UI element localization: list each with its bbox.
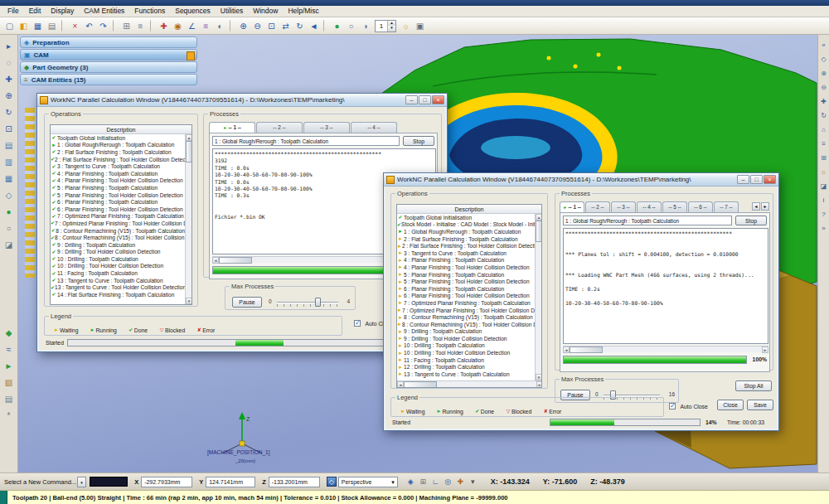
- snap-icon[interactable]: ◈: [405, 477, 416, 487]
- rotate-3d-icon[interactable]: ↻: [2, 104, 17, 119]
- grid-snap-icon[interactable]: ⊞: [418, 477, 429, 487]
- pan-right-icon[interactable]: ✚: [819, 96, 829, 106]
- toolbar-separator[interactable]: [150, 20, 155, 32]
- operation-row[interactable]: 4 : Planar Finishing : Tool Holder Colli…: [397, 264, 535, 271]
- process-tab[interactable]: -- 2 --: [256, 122, 303, 133]
- snapshot-icon[interactable]: ▣: [413, 19, 427, 33]
- operation-row[interactable]: 2 : Flat Surface Finishing : Toolpath Ca…: [397, 235, 535, 243]
- undo-icon[interactable]: ↶: [82, 19, 96, 33]
- process-tab[interactable]: -- 1 --: [209, 122, 255, 133]
- operation-row[interactable]: 4 : Planar Finishing : Toolpath Calculat…: [397, 257, 535, 264]
- table-icon[interactable]: ⊞: [119, 19, 133, 33]
- operations-list[interactable]: Toolpath Global Initialisation Stock Mod…: [397, 214, 535, 380]
- light-icon[interactable]: ☼: [399, 19, 413, 33]
- x-coordinate-field[interactable]: -292.7933mm: [141, 477, 192, 487]
- zoom-view-icon[interactable]: ⊕: [2, 88, 17, 103]
- previous-view-icon[interactable]: ◄: [307, 19, 321, 33]
- front-view-icon[interactable]: ▤: [2, 138, 17, 153]
- new-file-icon[interactable]: ▢: [2, 19, 17, 33]
- operation-row[interactable]: Stock Model - Initialise : CAD Model : S…: [397, 221, 535, 229]
- operation-row[interactable]: 1 : Global Rough/Rerough : Toolpath Calc…: [397, 228, 535, 235]
- operation-row[interactable]: 6 : Planar Finishing : Toolpath Calculat…: [51, 198, 185, 206]
- stop-button[interactable]: Stop: [735, 216, 767, 225]
- simulate-icon[interactable]: ►: [2, 358, 17, 373]
- operation-row[interactable]: 11 : Facing : Toolpath Calculation: [51, 269, 185, 277]
- layers-icon[interactable]: ≡: [199, 19, 213, 33]
- output-hscrollbar[interactable]: ◄ ►: [563, 346, 768, 352]
- menu-item[interactable]: Edit: [24, 6, 46, 17]
- collapse-panel-icon[interactable]: «: [819, 40, 829, 50]
- operations-list[interactable]: Toolpath Global Initialisation 1 : Globa…: [51, 134, 185, 304]
- tabs-scroll-right-icon[interactable]: ►: [761, 202, 769, 211]
- operation-row[interactable]: 5 : Planar Finishing : Tool Holder Colli…: [51, 191, 185, 199]
- process-tab[interactable]: -- 2 --: [585, 201, 610, 212]
- toolbar-separator[interactable]: [113, 20, 118, 32]
- wireframe-view-icon[interactable]: ○: [344, 19, 358, 33]
- ortho-icon[interactable]: ∟: [430, 477, 441, 487]
- stop-button[interactable]: Stop: [403, 136, 434, 146]
- clip-right-icon[interactable]: ◪: [819, 181, 829, 191]
- polar-icon[interactable]: ◎: [443, 477, 453, 487]
- operations-listbox[interactable]: Description Toolpath Global Initialisati…: [396, 204, 542, 388]
- zoom-minus-icon[interactable]: ⊖: [819, 82, 829, 92]
- operation-row[interactable]: 5 : Planar Finishing : Tool Holder Colli…: [397, 278, 535, 285]
- parallel-calculation-window-2[interactable]: WorkNC Parallel Calculation Window (V184…: [383, 172, 779, 431]
- shade-mode-icon[interactable]: ●: [2, 204, 17, 219]
- operation-row[interactable]: 5 : Planar Finishing : Toolpath Calculat…: [51, 184, 185, 191]
- menu-item[interactable]: Sequences: [170, 6, 216, 17]
- operation-row[interactable]: 7 : Optimized Planar Finishing : Toolpat…: [51, 213, 185, 220]
- auto-close-checkbox[interactable]: [669, 403, 676, 410]
- scroll-thumb[interactable]: [186, 141, 192, 162]
- operation-row[interactable]: 6 : Planar Finishing : Tool Holder Colli…: [51, 206, 185, 213]
- pan-icon[interactable]: ⇄: [279, 19, 293, 33]
- minimize-button[interactable]: –: [405, 95, 418, 104]
- menu-item[interactable]: CAM Entities: [79, 6, 129, 17]
- process-output[interactable]: ****************************************…: [563, 228, 768, 344]
- operation-row[interactable]: 9 : Drilling : Toolpath Calculation: [51, 241, 185, 249]
- menu-item[interactable]: File: [2, 6, 24, 17]
- measure-icon[interactable]: ∠: [185, 19, 199, 33]
- dynamic-input-icon[interactable]: ▾: [468, 477, 478, 487]
- home-view-icon[interactable]: ⌂: [819, 124, 829, 134]
- layers-right-icon[interactable]: ≡: [819, 138, 829, 148]
- operation-row[interactable]: 13 : Tangent to Curve : Toolpath Calcula…: [397, 371, 535, 378]
- translucent-view-icon[interactable]: ◑: [358, 19, 372, 33]
- stop-all-button[interactable]: Stop All: [735, 380, 772, 391]
- scroll-up-icon[interactable]: ▲: [536, 214, 542, 220]
- view-cube-icon[interactable]: ◇: [819, 54, 829, 64]
- scroll-thumb[interactable]: [570, 346, 603, 353]
- menu-item[interactable]: Display: [46, 6, 79, 17]
- operation-row[interactable]: 8 : Contour Remachining (V15) : Tool Hol…: [397, 321, 535, 328]
- pause-button[interactable]: Pause: [232, 297, 262, 308]
- fit-view-icon[interactable]: ⊡: [2, 121, 17, 136]
- operation-row[interactable]: 4 : Planar Finishing : Toolpath Calculat…: [51, 170, 185, 177]
- operation-row[interactable]: Toolpath Global Initialisation: [397, 214, 535, 221]
- operation-row[interactable]: 12 : Drilling : Toolpath Calculation: [397, 363, 535, 371]
- operation-row[interactable]: 2 : Flat Surface Finishing : Tool Holder…: [397, 242, 535, 250]
- report-icon[interactable]: ▤: [2, 391, 17, 406]
- help-icon[interactable]: ?: [819, 209, 829, 219]
- operation-row[interactable]: 6 : Planar Finishing : Tool Holder Colli…: [397, 293, 535, 300]
- operation-row[interactable]: 1 : Global Rough/Rerough : Toolpath Calc…: [51, 142, 185, 149]
- operation-row[interactable]: 10 : Drilling : Toolpath Calculation: [51, 255, 185, 263]
- operation-row[interactable]: 9 : Drilling : Toolpath Calculation: [397, 328, 535, 336]
- z-coordinate-field[interactable]: -133.2001mm: [269, 477, 320, 487]
- maximize-button[interactable]: □: [419, 95, 431, 104]
- close-button[interactable]: ×: [432, 95, 444, 104]
- rotate-view-icon[interactable]: ↻: [293, 19, 307, 33]
- cam-entity-status-strip[interactable]: [25, 108, 35, 278]
- process-tab[interactable]: -- 5 --: [662, 201, 687, 212]
- operation-row[interactable]: 2 : Flat Surface Finishing : Toolpath Ca…: [51, 148, 185, 156]
- minimize-button[interactable]: –: [737, 175, 749, 184]
- iso-view-icon[interactable]: ◇: [2, 187, 17, 202]
- operation-row[interactable]: 3 : Tangent to Curve : Toolpath Calculat…: [51, 162, 185, 170]
- scroll-left-icon[interactable]: ◄: [212, 257, 219, 264]
- nav-section-header[interactable]: ▣ CAM: [20, 49, 197, 61]
- toolbar-separator[interactable]: [61, 20, 66, 32]
- magnet-icon[interactable]: ◉: [171, 19, 185, 33]
- operation-row[interactable]: 2 : Flat Surface Finishing : Tool Holder…: [51, 156, 185, 163]
- operation-row[interactable]: 13 : Tangent to Curve : Tool Holder Coll…: [51, 284, 185, 291]
- pan-view-icon[interactable]: ✚: [2, 71, 17, 86]
- section-icon[interactable]: ◪: [2, 237, 17, 252]
- operation-row[interactable]: 4 : Planar Finishing : Tool Holder Colli…: [51, 177, 185, 185]
